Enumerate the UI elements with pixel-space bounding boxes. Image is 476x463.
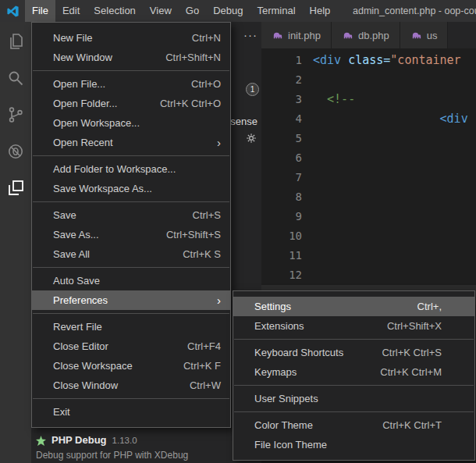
search-icon[interactable] bbox=[5, 68, 26, 88]
tab-bar: init.php db.php us bbox=[261, 22, 476, 48]
code-area[interactable]: 1 <div class="container 2 3 <!-- 4 <div … bbox=[261, 48, 476, 324]
explorer-icon[interactable] bbox=[5, 31, 26, 52]
line-number[interactable]: 5 bbox=[261, 129, 313, 148]
code-line[interactable]: 11 bbox=[261, 246, 476, 265]
code-line[interactable]: 1 <div class="container bbox=[261, 51, 476, 70]
line-number[interactable]: 3 bbox=[261, 90, 313, 109]
menubar-terminal[interactable]: Terminal bbox=[250, 0, 302, 22]
menu-separator bbox=[234, 339, 474, 340]
menubar-help[interactable]: Help bbox=[303, 0, 338, 22]
code-line[interactable]: 9 bbox=[261, 207, 476, 226]
line-number[interactable]: 2 bbox=[261, 70, 313, 90]
menu-item-settings[interactable]: Settings Ctrl+, bbox=[233, 297, 474, 316]
menubar-selection[interactable]: Selection bbox=[87, 0, 142, 22]
line-number[interactable]: 4 bbox=[261, 109, 313, 129]
menu-item-open-workspace[interactable]: Open Workspace... bbox=[32, 113, 230, 133]
php-file-icon bbox=[272, 30, 283, 41]
extension-item-php-debug[interactable]: PHP Debug 1.13.0 Debug support for PHP w… bbox=[36, 434, 258, 461]
code-line[interactable]: 2 bbox=[261, 70, 476, 90]
code-line[interactable]: 7 bbox=[261, 168, 476, 187]
menu-item-new-file[interactable]: New File Ctrl+N bbox=[32, 28, 230, 48]
extension-description: Debug support for PHP with XDebug bbox=[36, 450, 258, 461]
code-line[interactable]: 10 bbox=[261, 226, 476, 246]
menu-item-color-theme[interactable]: Color Theme Ctrl+K Ctrl+T bbox=[233, 415, 474, 435]
activity-bar bbox=[0, 22, 31, 463]
code-line[interactable]: 4 <div bbox=[261, 109, 476, 129]
menu-item-preferences[interactable]: Preferences bbox=[32, 290, 230, 310]
menu-item-save-as[interactable]: Save As... Ctrl+Shift+S bbox=[32, 225, 230, 244]
menu-item-user-snippets[interactable]: User Snippets bbox=[233, 389, 474, 408]
extensions-badge: 1 bbox=[246, 83, 259, 96]
tab-label: init.php bbox=[288, 30, 321, 41]
extension-version: 1.13.0 bbox=[112, 436, 137, 445]
menu-separator bbox=[234, 411, 474, 412]
debug-icon[interactable] bbox=[5, 141, 26, 162]
code-line[interactable]: 12 bbox=[261, 265, 476, 285]
menu-separator bbox=[33, 201, 229, 202]
code-line[interactable]: 6 bbox=[261, 148, 476, 168]
extension-name-partial: isense bbox=[228, 116, 258, 127]
tab-label: us bbox=[427, 30, 438, 41]
line-number[interactable]: 12 bbox=[261, 265, 313, 285]
code-line[interactable]: 3 <!-- bbox=[261, 90, 476, 109]
code-line[interactable]: 5 bbox=[261, 129, 476, 148]
menu-item-new-window[interactable]: New Window Ctrl+Shift+N bbox=[32, 48, 230, 67]
tab-db-php[interactable]: db.php bbox=[332, 22, 400, 48]
menu-item-file-icon-theme[interactable]: File Icon Theme bbox=[233, 435, 474, 454]
window-title: admin_content.php - oop-cou bbox=[353, 0, 476, 22]
tab-init-php[interactable]: init.php bbox=[261, 22, 332, 48]
menu-item-extensions[interactable]: Extensions Ctrl+Shift+X bbox=[233, 316, 474, 336]
menubar-edit[interactable]: Edit bbox=[55, 0, 87, 22]
menu-separator bbox=[33, 155, 229, 156]
tab-label: db.php bbox=[358, 30, 389, 41]
tab-users-php[interactable]: us bbox=[400, 22, 449, 48]
line-number[interactable]: 6 bbox=[261, 148, 313, 168]
menu-item-close-editor[interactable]: Close Editor Ctrl+F4 bbox=[32, 337, 230, 356]
menu-item-exit[interactable]: Exit bbox=[32, 402, 230, 422]
line-number[interactable]: 7 bbox=[261, 168, 313, 187]
menubar-debug[interactable]: Debug bbox=[206, 0, 250, 22]
submenu-arrow-icon bbox=[217, 290, 221, 310]
menu-item-open-folder[interactable]: Open Folder... Ctrl+K Ctrl+O bbox=[32, 94, 230, 113]
menu-item-close-workspace[interactable]: Close Workspace Ctrl+K F bbox=[32, 356, 230, 376]
menu-item-keymaps[interactable]: Keymaps Ctrl+K Ctrl+M bbox=[233, 362, 474, 382]
menubar-view[interactable]: View bbox=[143, 0, 179, 22]
extensions-icon[interactable] bbox=[5, 178, 26, 198]
code-line[interactable]: 8 bbox=[261, 187, 476, 207]
extension-name: PHP Debug bbox=[52, 434, 107, 446]
file-menu: New File Ctrl+N New Window Ctrl+Shift+N … bbox=[31, 22, 231, 428]
menu-item-keyboard-shortcuts[interactable]: Keyboard Shortcuts Ctrl+K Ctrl+S bbox=[233, 343, 474, 362]
menu-separator bbox=[33, 70, 229, 71]
menubar-go[interactable]: Go bbox=[179, 0, 206, 22]
menu-separator bbox=[234, 385, 474, 386]
menu-item-close-window[interactable]: Close Window Ctrl+W bbox=[32, 376, 230, 395]
menu-item-add-folder-to-workspace[interactable]: Add Folder to Workspace... bbox=[32, 159, 230, 179]
menu-item-save-workspace-as[interactable]: Save Workspace As... bbox=[32, 179, 230, 198]
source-control-icon[interactable] bbox=[5, 105, 26, 125]
menu-item-save[interactable]: Save Ctrl+S bbox=[32, 205, 230, 225]
line-number[interactable]: 1 bbox=[261, 51, 313, 70]
menu-item-open-file[interactable]: Open File... Ctrl+O bbox=[32, 74, 230, 94]
more-actions-icon[interactable]: ··· bbox=[243, 28, 258, 41]
menu-item-revert-file[interactable]: Revert File bbox=[32, 317, 230, 337]
line-number[interactable]: 8 bbox=[261, 187, 313, 207]
line-number[interactable]: 10 bbox=[261, 226, 313, 246]
submenu-arrow-icon bbox=[217, 133, 221, 152]
menubar-file[interactable]: File bbox=[25, 0, 55, 22]
menu-bar: File Edit Selection View Go Debug Termin… bbox=[25, 0, 337, 22]
menu-separator bbox=[33, 313, 229, 314]
menu-item-auto-save[interactable]: Auto Save bbox=[32, 271, 230, 290]
menu-item-save-all[interactable]: Save All Ctrl+K S bbox=[32, 244, 230, 264]
title-bar: File Edit Selection View Go Debug Termin… bbox=[0, 0, 476, 22]
php-file-icon bbox=[342, 30, 353, 41]
gear-icon[interactable] bbox=[246, 133, 257, 147]
preferences-submenu: Settings Ctrl+, Extensions Ctrl+Shift+X … bbox=[233, 290, 475, 461]
line-number[interactable]: 11 bbox=[261, 246, 313, 265]
line-number[interactable]: 9 bbox=[261, 207, 313, 226]
php-file-icon bbox=[410, 30, 422, 41]
vscode-logo-icon bbox=[6, 5, 20, 18]
php-debug-icon bbox=[36, 435, 46, 445]
menu-item-open-recent[interactable]: Open Recent bbox=[32, 133, 230, 152]
menu-separator bbox=[33, 398, 229, 399]
menu-separator bbox=[33, 267, 229, 268]
